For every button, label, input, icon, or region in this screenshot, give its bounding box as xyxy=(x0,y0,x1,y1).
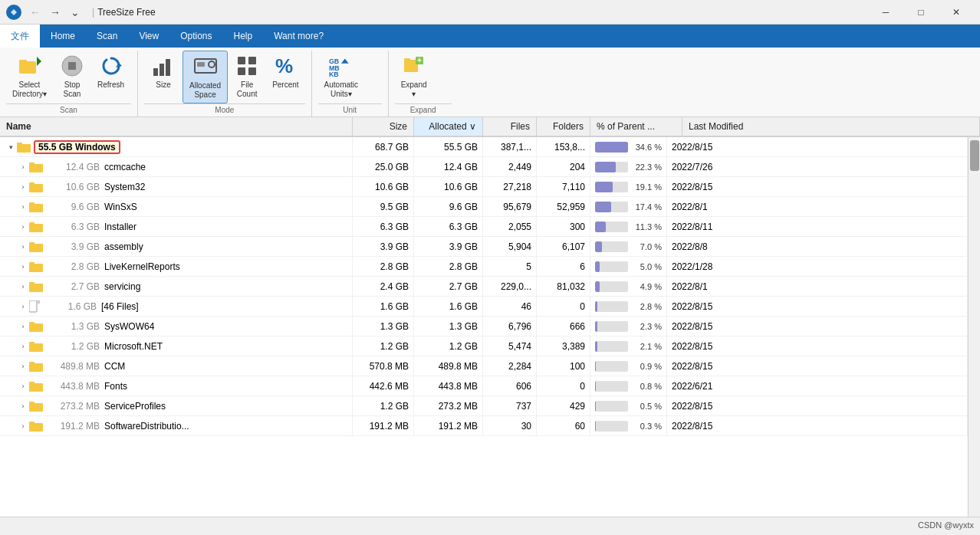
svg-rect-13 xyxy=(238,57,245,64)
table-row[interactable]: ›2.7 GBservicing2.4 GB2.7 GB229,0...81,0… xyxy=(0,277,968,297)
table-row[interactable]: ›2.8 GBLiveKernelReports2.8 GB2.8 GB565.… xyxy=(0,257,968,277)
percent-text: 0.8 % xyxy=(634,382,662,391)
row-allocated: 273.2 MB xyxy=(414,396,483,415)
row-expand-button[interactable]: › xyxy=(17,241,29,253)
table-row[interactable]: ›6.3 GBInstaller6.3 GB6.3 GB2,05530011.3… xyxy=(0,217,968,237)
back-button[interactable]: ← xyxy=(26,3,44,21)
file-table[interactable]: ▾55.5 GB Windows68.7 GB55.5 GB387,1...15… xyxy=(0,137,968,517)
percent-text: 22.3 % xyxy=(634,162,662,172)
menu-view[interactable]: View xyxy=(128,25,169,48)
automatic-units-button[interactable]: GB MB KB AutomaticUnits▾ xyxy=(318,51,364,102)
row-expand-button[interactable]: › xyxy=(17,320,29,333)
row-files: 2,055 xyxy=(483,217,537,236)
row-allocated: 489.8 MB xyxy=(414,356,483,376)
table-row[interactable]: ›1.6 GB[46 Files]1.6 GB1.6 GB4602.8 %202… xyxy=(0,297,968,317)
row-size-prefix: 191.2 MB xyxy=(46,421,100,432)
refresh-button[interactable]: Refresh xyxy=(91,51,130,93)
percent-text: 0.9 % xyxy=(634,362,662,371)
table-row[interactable]: ›3.9 GBassembly3.9 GB3.9 GB5,9046,1077.0… xyxy=(0,237,968,257)
expand-icon: + xyxy=(402,54,426,78)
percent-button[interactable]: % Percent xyxy=(266,51,304,93)
row-expand-button[interactable]: › xyxy=(17,201,29,213)
row-size-prefix: 3.9 GB xyxy=(46,241,100,252)
vertical-scrollbar[interactable] xyxy=(968,137,980,517)
table-row[interactable]: ›9.6 GBWinSxS9.5 GB9.6 GB95,67952,95917.… xyxy=(0,197,968,217)
row-modified: 2022/7/26 xyxy=(667,157,968,176)
expand-button[interactable]: + Expand▾ xyxy=(395,51,433,102)
file-icon xyxy=(29,300,40,313)
table-row[interactable]: ›1.2 GBMicrosoft.NET1.2 GB1.2 GB5,4743,3… xyxy=(0,336,968,356)
row-files: 95,679 xyxy=(483,197,537,216)
col-size[interactable]: Size xyxy=(353,117,414,136)
svg-rect-52 xyxy=(29,382,35,385)
row-expand-button[interactable]: › xyxy=(17,420,29,432)
row-modified: 2022/8/8 xyxy=(667,237,968,256)
row-size-prefix: 273.2 MB xyxy=(46,401,100,412)
row-expand-button[interactable]: › xyxy=(17,161,29,173)
row-modified: 2022/8/15 xyxy=(667,317,968,336)
row-expand-button[interactable]: › xyxy=(17,300,29,313)
percent-bar-fill xyxy=(595,241,602,252)
row-percent: 4.9 % xyxy=(590,277,667,296)
table-row[interactable]: ›273.2 MBServiceProfiles1.2 GB273.2 MB73… xyxy=(0,396,968,416)
allocated-space-button[interactable]: AllocatedSpace xyxy=(183,51,228,103)
col-folders[interactable]: Folders xyxy=(537,117,590,136)
percent-text: 0.5 % xyxy=(634,402,662,411)
row-expand-button[interactable]: › xyxy=(17,380,29,392)
mode-group-label: Mode xyxy=(144,103,305,117)
row-expand-button[interactable]: › xyxy=(17,281,29,293)
stop-scan-button[interactable]: StopScan xyxy=(53,51,91,102)
row-expand-button[interactable]: ▾ xyxy=(5,141,17,153)
row-folders: 100 xyxy=(537,356,590,376)
row-expand-button[interactable]: › xyxy=(17,340,29,353)
row-name: assembly xyxy=(104,241,143,252)
svg-rect-42 xyxy=(29,300,37,312)
menu-home[interactable]: Home xyxy=(40,25,86,48)
col-allocated[interactable]: Allocated ∨ xyxy=(414,117,483,136)
table-row[interactable]: ›12.4 GBccmcache25.0 GB12.4 GB2,44920422… xyxy=(0,157,968,177)
table-row[interactable]: ›489.8 MBCCM570.8 MB489.8 MB2,2841000.9 … xyxy=(0,356,968,376)
col-modified[interactable]: Last Modified xyxy=(682,117,980,136)
row-expand-button[interactable]: › xyxy=(17,400,29,412)
size-button[interactable]: Size xyxy=(144,51,183,93)
row-files: 27,218 xyxy=(483,177,537,196)
row-size: 1.6 GB xyxy=(353,297,414,316)
row-folders: 6,107 xyxy=(537,237,590,256)
row-expand-button[interactable]: › xyxy=(17,261,29,273)
menu-file[interactable]: 文件 xyxy=(0,25,40,48)
toolbar-group-mode: Size AllocatedSpace xyxy=(138,51,312,117)
table-row[interactable]: ›10.6 GBSystem3210.6 GB10.6 GB27,2187,11… xyxy=(0,177,968,197)
row-expand-button[interactable]: › xyxy=(17,221,29,233)
forward-button[interactable]: → xyxy=(46,3,64,21)
toolbar-group-unit: GB MB KB AutomaticUnits▾ Unit xyxy=(312,51,389,117)
row-modified: 2022/8/15 xyxy=(667,177,968,196)
col-name[interactable]: Name xyxy=(0,117,353,136)
row-name: ccmcache xyxy=(104,162,146,172)
minimize-button[interactable]: ─ xyxy=(868,0,903,25)
table-row[interactable]: ▾55.5 GB Windows68.7 GB55.5 GB387,1...15… xyxy=(0,137,968,157)
svg-rect-37 xyxy=(29,242,35,245)
file-count-button[interactable]: FileCount xyxy=(228,51,266,102)
close-button[interactable]: ✕ xyxy=(939,0,974,25)
table-row[interactable]: ›443.8 MBFonts442.6 MB443.8 MB60600.8 %2… xyxy=(0,376,968,396)
restore-button[interactable]: □ xyxy=(903,0,939,25)
select-directory-button[interactable]: SelectDirectory▾ xyxy=(6,51,53,102)
row-expand-button[interactable]: › xyxy=(17,360,29,373)
svg-rect-16 xyxy=(248,67,256,75)
row-files: 2,284 xyxy=(483,356,537,376)
table-row[interactable]: ›1.3 GBSysWOW641.3 GB1.3 GB6,7966662.3 %… xyxy=(0,317,968,336)
menu-scan[interactable]: Scan xyxy=(86,25,128,48)
row-expand-button[interactable]: › xyxy=(17,181,29,193)
svg-rect-46 xyxy=(29,322,35,325)
dropdown-button[interactable]: ⌄ xyxy=(66,3,84,21)
menu-want-more[interactable]: Want more? xyxy=(263,25,334,48)
menu-options[interactable]: Options xyxy=(169,25,222,48)
table-row[interactable]: ›191.2 MBSoftwareDistributio...191.2 MB1… xyxy=(0,416,968,436)
row-modified: 2022/8/15 xyxy=(667,336,968,356)
percent-text: 2.3 % xyxy=(634,322,662,331)
scroll-thumb[interactable] xyxy=(970,140,979,171)
col-percent[interactable]: % of Parent ... xyxy=(590,117,682,136)
folder-icon xyxy=(29,341,43,352)
menu-help[interactable]: Help xyxy=(223,25,264,48)
col-files[interactable]: Files xyxy=(483,117,537,136)
